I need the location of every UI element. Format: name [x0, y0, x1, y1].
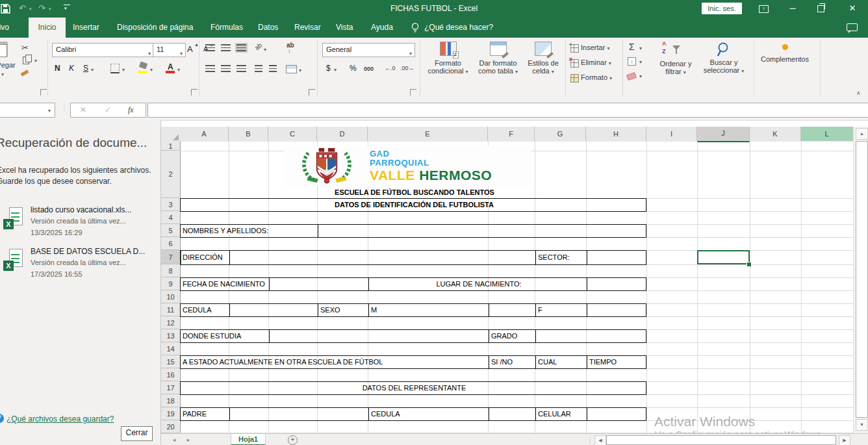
row-header-19[interactable]: 19 [161, 407, 181, 420]
autosum-dropdown-icon[interactable]: ▾ [639, 45, 642, 51]
row-header-9[interactable]: 9 [161, 277, 181, 290]
lugar-cell[interactable]: LUGAR DE NACIMIENTO: [368, 278, 587, 290]
tab-vista[interactable]: Vista [336, 18, 353, 38]
align-bottom-icon[interactable] [236, 44, 246, 51]
row-cedula[interactable]: CEDULA SEXO M F [180, 303, 646, 317]
insert-dropdown-icon[interactable]: ▾ [607, 45, 609, 51]
currency-dropdown-icon[interactable]: ▾ [334, 67, 337, 73]
cut-icon[interactable]: ✂ [21, 43, 29, 53]
close-button[interactable]: ✕ [846, 3, 859, 14]
row-header-7[interactable]: 7 [161, 250, 181, 264]
currency-format-button[interactable]: $ [326, 64, 331, 73]
row-header-15[interactable]: 15 [161, 355, 181, 368]
nombres-input-cell[interactable] [318, 225, 318, 237]
font-color-icon[interactable]: A [168, 62, 173, 71]
fill-dropdown-icon[interactable]: ▾ [639, 59, 642, 65]
tab-datos[interactable]: Datos [258, 18, 278, 38]
tab-formulas[interactable]: Fórmulas [211, 18, 243, 38]
delete-dropdown-icon[interactable]: ▾ [609, 60, 611, 66]
hscroll-left-icon[interactable]: ◀ [594, 435, 606, 445]
comments-icon[interactable] [847, 23, 858, 31]
sexo-f-mark-cell[interactable] [587, 304, 587, 316]
find-select-button[interactable]: Buscar y seleccionar ▾ [700, 40, 747, 87]
decrease-decimal-icon[interactable]: .00→ [400, 65, 415, 71]
sheet-nav-right-icon[interactable]: ► [186, 437, 191, 443]
clear-icon[interactable] [626, 72, 637, 81]
recovered-file-item[interactable]: X listado curso vacacional.xls... Versió… [0, 203, 160, 244]
merge-dropdown-icon[interactable]: ▾ [299, 68, 301, 73]
paste-button[interactable]: Pegar [0, 61, 22, 69]
row-nombres[interactable]: NOMBRES Y APELLIDOS: [180, 224, 646, 238]
row-header-18[interactable]: 18 [161, 394, 181, 407]
row-header-8[interactable]: 8 [161, 264, 181, 277]
decrease-indent-icon[interactable] [255, 65, 262, 72]
column-header-B[interactable]: B [229, 127, 268, 141]
donde-input-cell[interactable] [269, 330, 270, 342]
tab-insertar[interactable]: Insertar [73, 18, 99, 38]
column-header-J[interactable]: J [697, 127, 750, 142]
font-size-dropdown-icon[interactable]: ▾ [180, 47, 183, 60]
vertical-scroll-thumb[interactable] [856, 141, 868, 418]
add-ins-button[interactable]: Complementos [752, 40, 817, 87]
scroll-down-icon[interactable]: ▼ [856, 419, 868, 431]
column-header-A[interactable]: A [180, 127, 229, 141]
fill-color-icon[interactable] [139, 61, 147, 69]
row-direccion[interactable]: DIRECCIÓN SECTOR: [180, 250, 646, 265]
percent-format-button[interactable]: % [350, 64, 357, 73]
celular-input-cell[interactable] [587, 408, 587, 420]
conditional-formatting-button[interactable]: ≠ Formato condicional ▾ [424, 40, 472, 87]
column-header-K[interactable]: K [750, 127, 801, 141]
sector-cell[interactable]: SECTOR: [535, 251, 587, 264]
font-dialog-launcher-icon[interactable] [191, 89, 198, 95]
column-header-E[interactable]: E [368, 127, 488, 141]
increase-decimal-icon[interactable]: ←.0 [385, 65, 396, 71]
row-header-1[interactable]: 1 [161, 142, 181, 151]
row-donde[interactable]: DONDE ESTUDIA GRADO [180, 329, 646, 343]
row-header-3[interactable]: 3 [161, 198, 181, 211]
padre-input-cell[interactable] [229, 408, 230, 420]
sector-input-cell[interactable] [587, 251, 587, 264]
paste-dropdown-icon[interactable]: ▾ [1, 71, 4, 77]
close-recovery-button[interactable]: Cerrar [121, 426, 153, 441]
bold-button[interactable]: N [55, 64, 60, 73]
column-header-L[interactable]: L [801, 127, 853, 141]
font-name-combo[interactable]: Calibri▾ [52, 43, 154, 57]
autosum-icon[interactable]: Σ [629, 42, 635, 52]
row-header-13[interactable]: 13 [161, 329, 181, 342]
column-header-F[interactable]: F [488, 127, 535, 141]
align-left-icon[interactable] [205, 65, 215, 72]
fill-color-dropdown-icon[interactable]: ▾ [150, 67, 153, 73]
font-size-combo[interactable]: 11▾ [153, 43, 186, 57]
undo-icon[interactable]: ↶ [19, 4, 26, 12]
qat-customize-caret-icon[interactable]: ▾ [64, 6, 67, 11]
row-header-20[interactable]: 20 [161, 420, 181, 433]
hscroll-right-icon[interactable]: ▶ [839, 435, 850, 445]
align-right-icon[interactable] [236, 65, 246, 72]
italic-button[interactable]: K [69, 64, 74, 73]
row-header-2[interactable]: 2 [161, 151, 181, 198]
orientation-icon[interactable]: ab [253, 42, 264, 52]
collapse-ribbon-icon[interactable]: ∧ [856, 90, 861, 96]
new-sheet-icon[interactable]: + [288, 435, 298, 445]
lugar-input-cell[interactable] [587, 278, 587, 290]
row-header-16[interactable]: 16 [161, 368, 181, 381]
cell-styles-button[interactable]: Estilos de celda ▾ [524, 40, 563, 87]
sheet-nav-left-icon[interactable]: ◄ [172, 437, 177, 443]
copy-dropdown-icon[interactable]: ▾ [34, 58, 37, 64]
orientation-dropdown-icon[interactable]: ▾ [264, 47, 266, 53]
row-padre[interactable]: PADRE CEDULA CELULAR [180, 407, 646, 421]
format-dropdown-icon[interactable]: ▾ [609, 75, 612, 81]
minimize-button[interactable]: ─ [786, 3, 799, 14]
fill-icon[interactable]: ↓ [628, 57, 636, 66]
sexo-f-cell[interactable]: F [535, 304, 587, 316]
tab-archivo[interactable]: Archivo [0, 18, 9, 38]
clipboard-dialog-launcher-icon[interactable] [40, 89, 47, 95]
tell-me-box[interactable]: ¿Qué desea hacer? [424, 18, 493, 38]
ribbon-display-options-icon[interactable]: ↑ [759, 5, 769, 13]
align-center-icon[interactable] [221, 65, 231, 72]
sexo-cell[interactable]: SEXO [318, 304, 368, 316]
format-as-table-button[interactable]: Dar formato como tabla ▾ [474, 40, 522, 87]
celular-cell[interactable]: CELULAR [535, 408, 587, 420]
format-painter-icon[interactable] [21, 70, 29, 76]
club-logo-image[interactable]: GAD PARROQUIAL VALLE HERMOSO [284, 146, 531, 186]
